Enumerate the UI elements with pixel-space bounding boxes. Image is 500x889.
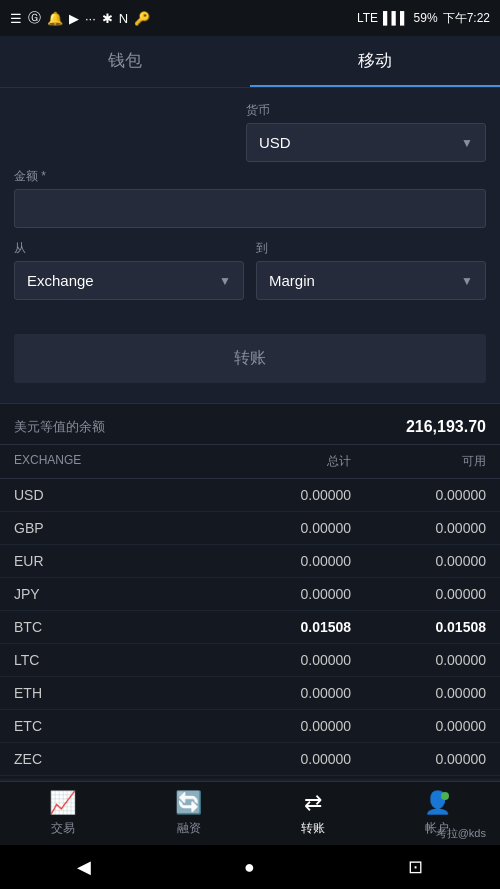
td-available: 0.00000 — [351, 751, 486, 767]
bell-icon: 🔔 — [47, 11, 63, 26]
currency-select[interactable]: USD ▼ — [246, 123, 486, 162]
home-button[interactable]: ● — [244, 857, 255, 878]
td-total: 0.00000 — [216, 751, 351, 767]
tab-wallet[interactable]: 钱包 — [0, 36, 250, 87]
td-currency-name: BTC — [14, 619, 216, 635]
table-header: EXCHANGE 总计 可用 — [0, 445, 500, 479]
currency-value: USD — [259, 134, 291, 151]
dots-icon: ··· — [85, 11, 96, 26]
from-field: 从 Exchange ▼ — [14, 240, 244, 300]
td-currency-name: JPY — [14, 586, 216, 602]
nav-trade[interactable]: 📈 交易 — [49, 790, 76, 837]
battery-level: 59% — [414, 11, 438, 25]
back-button[interactable]: ◀ — [77, 856, 91, 878]
th-exchange: EXCHANGE — [14, 453, 216, 470]
td-total: 0.00000 — [216, 520, 351, 536]
nav-funding[interactable]: 🔄 融资 — [175, 790, 202, 837]
nav-funding-label: 融资 — [177, 820, 201, 837]
branding: 考拉@kds — [436, 826, 486, 841]
amount-input[interactable] — [14, 189, 486, 228]
table-row: LTC0.000000.00000 — [0, 644, 500, 677]
td-available: 0.00000 — [351, 520, 486, 536]
th-total: 总计 — [216, 453, 351, 470]
transfer-button[interactable]: 转账 — [14, 334, 486, 383]
currency-row: 货币 USD ▼ — [14, 102, 486, 162]
signal-icon: ▌▌▌ — [383, 11, 409, 25]
from-select[interactable]: Exchange ▼ — [14, 261, 244, 300]
from-arrow-icon: ▼ — [219, 274, 231, 288]
key-icon: 🔑 — [134, 11, 150, 26]
form-area: 货币 USD ▼ 金额 * 从 Exchange ▼ 到 Margin ▼ — [0, 88, 500, 326]
table-row: BTC0.015080.01508 — [0, 611, 500, 644]
lte-icon: LTE — [357, 11, 378, 25]
td-available: 0.00000 — [351, 586, 486, 602]
td-available: 0.00000 — [351, 685, 486, 701]
amount-row: 金额 * — [14, 168, 486, 228]
td-currency-name: ETH — [14, 685, 216, 701]
table-row: ZEC0.000000.00000 — [0, 743, 500, 776]
account-icon-wrap: 👤 — [424, 790, 451, 816]
td-total: 0.00000 — [216, 718, 351, 734]
status-left-icons: ☰ Ⓖ 🔔 ▶ ··· ✱ N 🔑 — [10, 9, 150, 27]
to-select[interactable]: Margin ▼ — [256, 261, 486, 300]
transfer-icon: ⇄ — [304, 790, 322, 816]
to-field: 到 Margin ▼ — [256, 240, 486, 300]
amount-label: 金额 * — [14, 168, 486, 185]
from-value: Exchange — [27, 272, 94, 289]
tab-transfer[interactable]: 移动 — [250, 36, 500, 87]
td-currency-name: EUR — [14, 553, 216, 569]
table-row: ETC0.000000.00000 — [0, 710, 500, 743]
nav-transfer-label: 转账 — [301, 820, 325, 837]
td-available: 0.00000 — [351, 487, 486, 503]
status-bar: ☰ Ⓖ 🔔 ▶ ··· ✱ N 🔑 LTE ▌▌▌ 59% 下午7:22 — [0, 0, 500, 36]
main-tabs: 钱包 移动 — [0, 36, 500, 88]
transfer-btn-area: 转账 — [0, 326, 500, 403]
status-right-icons: LTE ▌▌▌ 59% 下午7:22 — [357, 10, 490, 27]
bottom-nav: 📈 交易 🔄 融资 ⇄ 转账 👤 帐户 — [0, 781, 500, 845]
th-available: 可用 — [351, 453, 486, 470]
table-row: GBP0.000000.00000 — [0, 512, 500, 545]
menu-icon: ☰ — [10, 11, 22, 26]
play-icon: ▶ — [69, 11, 79, 26]
table-row: EUR0.000000.00000 — [0, 545, 500, 578]
recents-button[interactable]: ⊡ — [408, 856, 423, 878]
balance-label: 美元等值的余额 — [14, 418, 105, 436]
td-total: 0.00000 — [216, 685, 351, 701]
td-available: 0.01508 — [351, 619, 486, 635]
td-available: 0.00000 — [351, 718, 486, 734]
nfc-icon: N — [119, 11, 128, 26]
balance-section: 美元等值的余额 216,193.70 — [0, 403, 500, 445]
time-display: 下午7:22 — [443, 10, 490, 27]
td-currency-name: GBP — [14, 520, 216, 536]
table-body: USD0.000000.00000GBP0.000000.00000EUR0.0… — [0, 479, 500, 779]
td-currency-name: ZEC — [14, 751, 216, 767]
table-row: ETH0.000000.00000 — [0, 677, 500, 710]
to-label: 到 — [256, 240, 486, 257]
trade-icon: 📈 — [49, 790, 76, 816]
funding-icon: 🔄 — [175, 790, 202, 816]
account-dot — [441, 792, 449, 800]
td-total: 0.00000 — [216, 553, 351, 569]
to-value: Margin — [269, 272, 315, 289]
td-total: 0.00000 — [216, 652, 351, 668]
table-row: XMR0.000000.00000 — [0, 776, 500, 779]
balance-value: 216,193.70 — [406, 418, 486, 436]
nav-trade-label: 交易 — [51, 820, 75, 837]
currency-label: 货币 — [246, 102, 486, 119]
td-currency-name: LTC — [14, 652, 216, 668]
android-nav: ◀ ● ⊡ — [0, 845, 500, 889]
to-arrow-icon: ▼ — [461, 274, 473, 288]
table-row: USD0.000000.00000 — [0, 479, 500, 512]
bluetooth-icon: ✱ — [102, 11, 113, 26]
td-available: 0.00000 — [351, 553, 486, 569]
td-total: 0.00000 — [216, 586, 351, 602]
td-currency-name: USD — [14, 487, 216, 503]
currency-arrow-icon: ▼ — [461, 136, 473, 150]
g-icon: Ⓖ — [28, 9, 41, 27]
nav-transfer[interactable]: ⇄ 转账 — [301, 790, 325, 837]
td-total: 0.00000 — [216, 487, 351, 503]
td-available: 0.00000 — [351, 652, 486, 668]
from-to-row: 从 Exchange ▼ 到 Margin ▼ — [14, 240, 486, 300]
td-total: 0.01508 — [216, 619, 351, 635]
table-row: JPY0.000000.00000 — [0, 578, 500, 611]
